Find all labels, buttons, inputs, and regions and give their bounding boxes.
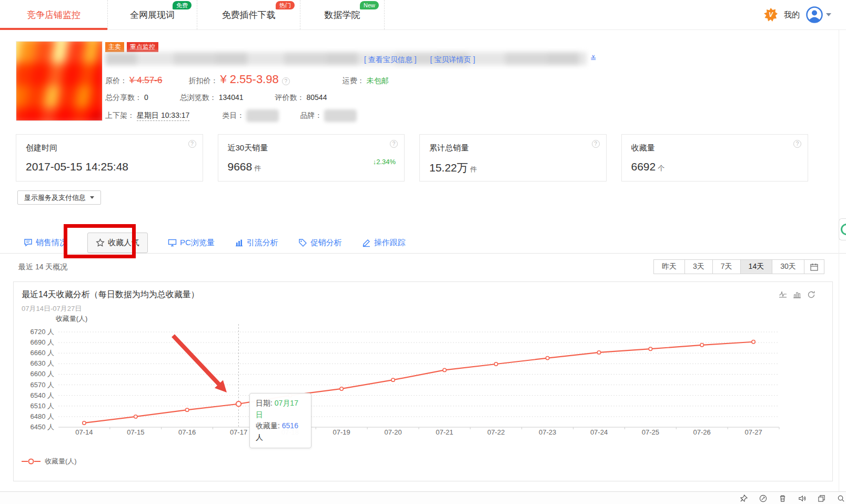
- original-price-label: 原价：: [105, 76, 127, 86]
- top-nav: 竞争店铺监控 全网展现词 免费 免费插件下载 热门 数据学院 New V 我的: [0, 0, 846, 30]
- legend-favorites[interactable]: 收藏量(人): [22, 457, 77, 466]
- listing-time[interactable]: 星期日 10:33:17: [137, 111, 189, 121]
- svg-text:07-26: 07-26: [693, 428, 711, 436]
- tab-favorites-popularity[interactable]: 收藏人气: [87, 233, 148, 253]
- svg-text:07-24: 07-24: [590, 428, 608, 436]
- my-account-label[interactable]: 我的: [784, 10, 800, 20]
- date-range-group: 昨天 3天 7天 14天 30天: [653, 259, 824, 274]
- main-sell-badge: 主卖: [105, 42, 124, 52]
- svg-text:07-15: 07-15: [127, 428, 144, 436]
- card-total-sales: 累计总销量 15.22万件 ?: [419, 134, 607, 182]
- chevron-down-icon: [90, 196, 94, 199]
- tab-operation-tracking[interactable]: 操作跟踪: [362, 238, 406, 248]
- svg-text:6510 人: 6510 人: [30, 402, 54, 410]
- card-value: 6692个: [631, 160, 799, 173]
- card-title: 累计总销量: [429, 143, 597, 153]
- avatar-menu[interactable]: [806, 6, 831, 23]
- analysis-tabs-bar: 销售情况 收藏人气 PC浏览量 引流分析: [0, 226, 846, 254]
- tab-traffic-analysis[interactable]: 引流分析: [235, 238, 278, 248]
- svg-text:6570 人: 6570 人: [30, 381, 54, 389]
- view-count-value: 134041: [219, 93, 244, 103]
- svg-text:6540 人: 6540 人: [30, 391, 54, 399]
- nav-item-keywords[interactable]: 全网展现词 免费: [108, 0, 197, 29]
- screenshot-toolbar: [0, 491, 846, 504]
- tab-sales[interactable]: 销售情况: [24, 238, 67, 248]
- overview-label: 最近 14 天概况: [18, 263, 67, 272]
- range-3day-button[interactable]: 3天: [685, 259, 713, 274]
- tab-promotion-analysis[interactable]: 促销分析: [298, 238, 342, 248]
- nav-item-plugin-download[interactable]: 免费插件下载 热门: [197, 0, 300, 29]
- nav-item-data-academy[interactable]: 数据学院 New: [300, 0, 385, 29]
- discount-price-value: ¥ 2.55-3.98: [220, 73, 278, 86]
- search-icon[interactable]: [837, 495, 845, 502]
- range-14day-button[interactable]: 14天: [741, 259, 773, 274]
- range-yesterday-button[interactable]: 昨天: [653, 259, 685, 274]
- listing-label: 上下架：: [105, 111, 135, 120]
- svg-text:收藏量(人): 收藏量(人): [56, 315, 88, 322]
- tab-pc-views[interactable]: PC浏览量: [168, 238, 215, 248]
- shipping-label: 运费：: [343, 76, 365, 86]
- category-label: 类目：: [222, 111, 244, 120]
- range-30day-button[interactable]: 30天: [772, 259, 804, 274]
- svg-text:6480 人: 6480 人: [30, 412, 54, 420]
- svg-text:07-20: 07-20: [384, 428, 401, 436]
- card-30day-sales: 近30天销量 9668件 ↓2.34% ?: [218, 134, 405, 182]
- review-count-value: 80544: [307, 93, 327, 103]
- card-value: 2017-05-15 14:25:48: [26, 160, 193, 173]
- nav-item-shop-monitor[interactable]: 竞争店铺监控: [0, 0, 108, 29]
- chat-icon: [24, 238, 33, 247]
- svg-text:07-17: 07-17: [230, 428, 247, 436]
- bar-chart-icon: [235, 238, 244, 247]
- discount-price-label: 折扣价：: [188, 76, 218, 86]
- help-icon[interactable]: ?: [188, 140, 196, 148]
- help-icon[interactable]: ?: [282, 77, 290, 85]
- hot-badge: 热门: [276, 1, 295, 9]
- svg-text:6690 人: 6690 人: [30, 338, 54, 346]
- help-icon[interactable]: ?: [390, 140, 398, 148]
- help-icon[interactable]: ?: [793, 140, 801, 148]
- share-count-label: 总分享数：: [105, 93, 142, 103]
- help-icon[interactable]: ?: [592, 140, 600, 148]
- card-favorites: 收藏量 6692个 ?: [621, 134, 809, 182]
- nav-label: 数据学院: [325, 9, 360, 21]
- calendar-button[interactable]: [804, 259, 824, 274]
- product-image-blurred[interactable]: [16, 41, 103, 121]
- card-value: 15.22万件: [429, 160, 597, 175]
- refresh-icon[interactable]: [807, 290, 815, 299]
- nav-label: 竞争店铺监控: [27, 9, 80, 21]
- bar-chart-icon[interactable]: [793, 290, 801, 299]
- annotate-icon[interactable]: [759, 495, 767, 502]
- product-title-blurred: [105, 52, 587, 65]
- chart-toolbar: [779, 290, 815, 299]
- key-monitor-badge: 重点监控: [127, 42, 158, 52]
- sales-delta-down: ↓2.34%: [373, 158, 396, 166]
- legend-marker: [22, 458, 41, 465]
- copy-icon[interactable]: ≚: [590, 54, 597, 63]
- svg-text:6600 人: 6600 人: [30, 370, 54, 378]
- svg-text:07-19: 07-19: [333, 428, 350, 436]
- svg-text:V: V: [769, 11, 773, 18]
- volume-icon[interactable]: [798, 495, 806, 502]
- favorites-chart-card: 最近14天收藏分析（每日数据为均为总收藏量） 07月14日-07月27日 收藏量…: [13, 281, 833, 481]
- floating-widget-clipped[interactable]: [839, 218, 846, 240]
- content-right-border: [839, 30, 839, 491]
- vip-level-icon[interactable]: V: [764, 8, 778, 22]
- nav-label: 全网展现词: [130, 9, 175, 21]
- line-chart-icon[interactable]: [779, 290, 787, 299]
- window-icon[interactable]: [818, 495, 825, 502]
- new-badge: New: [360, 1, 379, 9]
- chart-plot-area[interactable]: 收藏量(人)6450 人6480 人6510 人6540 人6570 人6600…: [14, 313, 824, 449]
- view-item-info-link[interactable]: [ 查看宝贝信息 ]: [364, 55, 417, 65]
- brand-label: 品牌：: [300, 111, 322, 120]
- tooltip-value: 6516: [282, 421, 298, 430]
- edit-icon: [362, 238, 371, 247]
- pin-icon[interactable]: [740, 495, 748, 502]
- show-service-payment-button[interactable]: 显示服务及支付信息: [17, 190, 101, 205]
- range-7day-button[interactable]: 7天: [713, 259, 741, 274]
- trash-icon[interactable]: [779, 495, 787, 502]
- listing-row: 上下架： 星期日 10:33:17 类目： 品牌：: [105, 109, 357, 122]
- item-detail-page-link[interactable]: [ 宝贝详情页 ]: [430, 55, 476, 65]
- brand-value-blurred: [324, 109, 357, 122]
- category-value-blurred: [246, 109, 279, 122]
- svg-text:07-14: 07-14: [75, 428, 93, 436]
